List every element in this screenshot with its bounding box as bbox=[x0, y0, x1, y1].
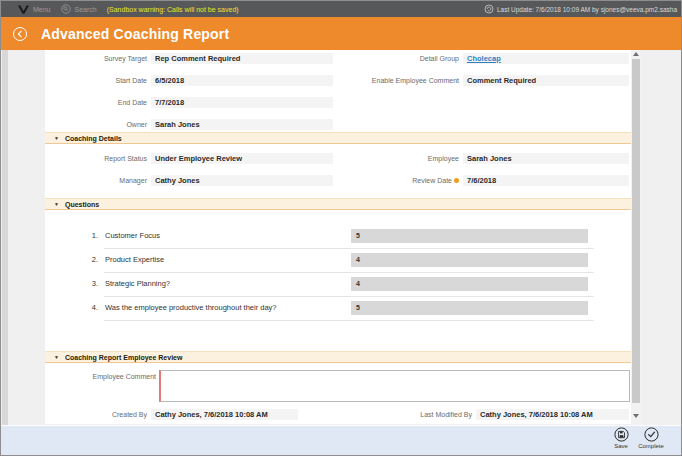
review-date-label: Review Date bbox=[331, 175, 459, 186]
enable-employee-comment-value: Comment Required bbox=[463, 75, 629, 86]
page-header: Advanced Coaching Report bbox=[1, 17, 681, 50]
report-status-value: Under Employee Review bbox=[151, 153, 333, 164]
section-questions[interactable]: ▼ Questions bbox=[45, 198, 631, 210]
question-number: 2. bbox=[86, 253, 98, 267]
veeva-logo-icon bbox=[18, 5, 29, 14]
question-answer-field[interactable]: 5 bbox=[351, 229, 588, 243]
menu-button[interactable]: Menu bbox=[33, 6, 51, 13]
complete-check-icon bbox=[644, 427, 659, 442]
question-divider bbox=[104, 296, 594, 297]
owner-value: Sarah Jones bbox=[151, 119, 333, 130]
question-answer-field[interactable]: 4 bbox=[351, 253, 588, 267]
collapse-triangle-icon: ▼ bbox=[54, 135, 59, 141]
start-date-value: 6/5/2018 bbox=[151, 75, 333, 86]
save-button-label: Save bbox=[614, 443, 628, 449]
save-icon bbox=[614, 427, 629, 442]
refresh-icon[interactable] bbox=[484, 4, 494, 14]
last-modified-by-value: Cathy Jones, 7/6/2018 10:08 AM bbox=[476, 409, 629, 420]
bottom-action-bar bbox=[1, 425, 681, 456]
employee-label: Employee bbox=[331, 153, 459, 164]
detail-group-link[interactable]: Cholecap bbox=[463, 53, 629, 64]
review-date-label-text: Review Date bbox=[412, 175, 452, 186]
employee-value: Sarah Jones bbox=[463, 153, 629, 164]
review-date-value: 7/6/2018 bbox=[463, 175, 629, 186]
question-answer-field[interactable]: 5 bbox=[351, 301, 588, 315]
question-divider bbox=[104, 272, 594, 273]
collapse-triangle-icon: ▼ bbox=[54, 354, 59, 360]
question-number: 1. bbox=[86, 229, 98, 243]
last-modified-by-label: Last Modified By bbox=[341, 409, 472, 420]
start-date-label: Start Date bbox=[45, 75, 147, 86]
top-bar: Menu Search (Sandbox warning: Calls will… bbox=[1, 1, 681, 17]
question-number: 4. bbox=[86, 301, 98, 315]
scrollbar-down-icon[interactable] bbox=[633, 414, 639, 418]
collapse-triangle-icon: ▼ bbox=[54, 201, 59, 207]
last-update-text: Last Update: 7/6/2018 10:09 AM by sjones… bbox=[497, 6, 677, 13]
manager-value: Cathy Jones bbox=[151, 175, 333, 186]
section-employee-review[interactable]: ▼ Coaching Report Employee Review bbox=[45, 351, 631, 363]
employee-comment-input[interactable] bbox=[159, 370, 630, 402]
created-by-value: Cathy Jones, 7/6/2018 10:08 AM bbox=[151, 409, 298, 420]
detail-group-label: Detail Group bbox=[331, 53, 459, 64]
page-title: Advanced Coaching Report bbox=[41, 26, 229, 42]
report-status-label: Report Status bbox=[45, 153, 147, 164]
back-button[interactable] bbox=[13, 27, 27, 41]
section-title: Coaching Report Employee Review bbox=[65, 354, 182, 361]
question-text: Strategic Planning? bbox=[105, 277, 347, 291]
sandbox-warning-text: (Sandbox warning: Calls will not be save… bbox=[107, 6, 239, 13]
end-date-label: End Date bbox=[45, 97, 147, 108]
question-divider bbox=[104, 320, 594, 321]
section-title: Questions bbox=[65, 201, 99, 208]
question-number: 3. bbox=[86, 277, 98, 291]
question-text: Product Expertise bbox=[105, 253, 347, 267]
scrollbar-thumb[interactable] bbox=[632, 59, 640, 403]
scrollbar-up-icon[interactable] bbox=[633, 52, 639, 56]
survey-target-label: Survey Target bbox=[45, 53, 147, 64]
info-icon[interactable] bbox=[454, 178, 459, 183]
question-text: Customer Focus bbox=[105, 229, 347, 243]
app-window: Menu Search (Sandbox warning: Calls will… bbox=[0, 0, 682, 456]
created-by-label: Created By bbox=[45, 409, 147, 420]
employee-comment-label: Employee Comment bbox=[45, 371, 156, 382]
topbar-right-group: Last Update: 7/6/2018 10:09 AM by sjones… bbox=[484, 4, 681, 14]
question-text: Was the employee productive throughout t… bbox=[105, 301, 347, 315]
complete-button-label: Complete bbox=[638, 443, 664, 449]
question-divider bbox=[104, 248, 594, 249]
search-icon[interactable] bbox=[61, 4, 71, 14]
left-edge-strip bbox=[2, 50, 8, 425]
end-date-value: 7/7/2018 bbox=[151, 97, 333, 108]
enable-employee-comment-label: Enable Employee Comment bbox=[331, 75, 459, 86]
owner-label: Owner bbox=[45, 119, 147, 130]
section-title: Coaching Details bbox=[65, 135, 122, 142]
question-answer-field[interactable]: 4 bbox=[351, 277, 588, 291]
manager-label: Manager bbox=[45, 175, 147, 186]
search-button[interactable]: Search bbox=[75, 6, 97, 13]
survey-target-value: Rep Comment Required bbox=[151, 53, 333, 64]
section-coaching-details[interactable]: ▼ Coaching Details bbox=[45, 132, 631, 144]
complete-button[interactable]: Complete bbox=[633, 427, 669, 449]
